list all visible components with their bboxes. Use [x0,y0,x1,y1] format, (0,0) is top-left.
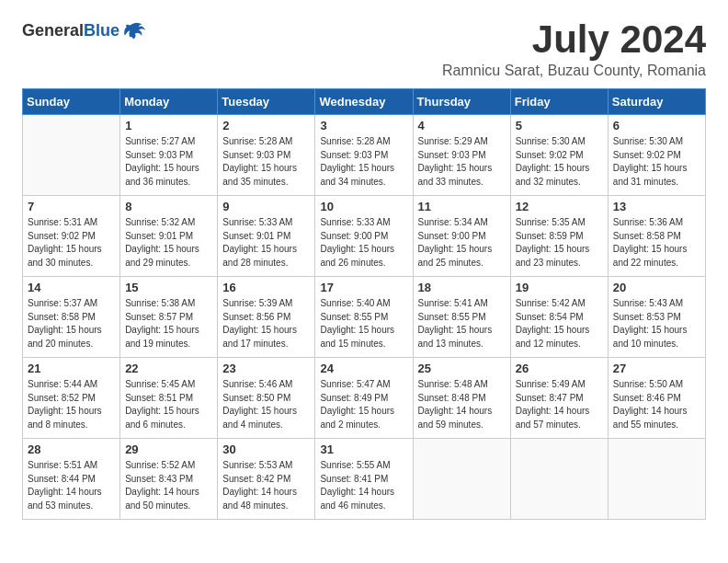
calendar-cell: 22Sunrise: 5:45 AM Sunset: 8:51 PM Dayli… [120,358,218,439]
day-number: 18 [418,281,506,294]
calendar-cell: 23Sunrise: 5:46 AM Sunset: 8:50 PM Dayli… [218,358,315,439]
calendar-cell: 15Sunrise: 5:38 AM Sunset: 8:57 PM Dayli… [120,277,218,358]
calendar-cell: 8Sunrise: 5:32 AM Sunset: 9:01 PM Daylig… [120,196,218,277]
calendar-cell: 14Sunrise: 5:37 AM Sunset: 8:58 PM Dayli… [23,277,120,358]
month-year-title: July 2024 [442,18,706,61]
day-info: Sunrise: 5:51 AM Sunset: 8:44 PM Dayligh… [28,459,115,512]
day-info: Sunrise: 5:53 AM Sunset: 8:42 PM Dayligh… [222,459,310,512]
calendar-header-sunday: Sunday [23,89,120,115]
calendar-cell: 19Sunrise: 5:42 AM Sunset: 8:54 PM Dayli… [510,277,608,358]
calendar-header-monday: Monday [120,89,218,115]
day-info: Sunrise: 5:46 AM Sunset: 8:50 PM Dayligh… [222,378,310,431]
day-number: 29 [125,442,212,456]
day-number: 11 [418,200,506,213]
day-info: Sunrise: 5:52 AM Sunset: 8:43 PM Dayligh… [125,459,212,512]
calendar-week-row-5: 28Sunrise: 5:51 AM Sunset: 8:44 PM Dayli… [23,439,706,520]
calendar-header-tuesday: Tuesday [218,89,315,115]
day-number: 15 [125,281,212,294]
day-number: 7 [28,200,115,213]
calendar-cell: 24Sunrise: 5:47 AM Sunset: 8:49 PM Dayli… [315,358,413,439]
calendar-cell: 29Sunrise: 5:52 AM Sunset: 8:43 PM Dayli… [120,439,218,520]
day-number: 5 [516,119,603,132]
day-number: 27 [613,362,700,375]
day-number: 8 [125,200,212,213]
calendar-week-row-3: 14Sunrise: 5:37 AM Sunset: 8:58 PM Dayli… [23,277,706,358]
day-number: 26 [516,362,603,375]
day-number: 20 [613,281,700,294]
calendar-table: SundayMondayTuesdayWednesdayThursdayFrid… [22,88,706,520]
day-info: Sunrise: 5:38 AM Sunset: 8:57 PM Dayligh… [125,297,212,350]
day-number: 17 [320,281,407,294]
day-number: 19 [516,281,603,294]
day-info: Sunrise: 5:36 AM Sunset: 8:58 PM Dayligh… [613,216,700,270]
day-info: Sunrise: 5:27 AM Sunset: 9:03 PM Dayligh… [125,135,212,189]
calendar-cell: 6Sunrise: 5:30 AM Sunset: 9:02 PM Daylig… [608,115,705,196]
day-info: Sunrise: 5:35 AM Sunset: 8:59 PM Dayligh… [516,216,603,270]
calendar-cell: 11Sunrise: 5:34 AM Sunset: 9:00 PM Dayli… [413,196,510,277]
calendar-header-friday: Friday [510,89,608,115]
day-info: Sunrise: 5:39 AM Sunset: 8:56 PM Dayligh… [222,297,310,350]
calendar-header-thursday: Thursday [413,89,510,115]
day-number: 9 [222,200,310,213]
day-number: 10 [320,200,407,213]
calendar-cell [608,439,705,520]
day-number: 12 [516,200,603,213]
day-info: Sunrise: 5:45 AM Sunset: 8:51 PM Dayligh… [125,378,212,431]
day-info: Sunrise: 5:43 AM Sunset: 8:53 PM Dayligh… [613,297,700,350]
day-info: Sunrise: 5:30 AM Sunset: 9:02 PM Dayligh… [516,135,603,189]
day-info: Sunrise: 5:29 AM Sunset: 9:03 PM Dayligh… [418,135,506,189]
day-info: Sunrise: 5:42 AM Sunset: 8:54 PM Dayligh… [516,297,603,350]
day-info: Sunrise: 5:28 AM Sunset: 9:03 PM Dayligh… [222,135,310,189]
calendar-cell: 27Sunrise: 5:50 AM Sunset: 8:46 PM Dayli… [608,358,705,439]
calendar-cell: 12Sunrise: 5:35 AM Sunset: 8:59 PM Dayli… [510,196,608,277]
logo-blue-text: Blue [84,21,119,40]
calendar-week-row-4: 21Sunrise: 5:44 AM Sunset: 8:52 PM Dayli… [23,358,706,439]
calendar-cell: 31Sunrise: 5:55 AM Sunset: 8:41 PM Dayli… [315,439,413,520]
calendar-cell: 10Sunrise: 5:33 AM Sunset: 9:00 PM Dayli… [315,196,413,277]
day-info: Sunrise: 5:47 AM Sunset: 8:49 PM Dayligh… [320,378,407,431]
day-info: Sunrise: 5:44 AM Sunset: 8:52 PM Dayligh… [28,378,115,431]
day-number: 4 [418,119,506,132]
logo: GeneralBlue [22,18,147,44]
day-info: Sunrise: 5:28 AM Sunset: 9:03 PM Dayligh… [320,135,407,189]
day-info: Sunrise: 5:30 AM Sunset: 9:02 PM Dayligh… [613,135,700,189]
day-number: 1 [125,119,212,132]
calendar-header-saturday: Saturday [608,89,705,115]
day-number: 16 [222,281,310,294]
header: GeneralBlue July 2024 Ramnicu Sarat, Buz… [22,18,706,79]
calendar-week-row-2: 7Sunrise: 5:31 AM Sunset: 9:02 PM Daylig… [23,196,706,277]
day-number: 25 [418,362,506,375]
calendar-cell [413,439,510,520]
day-number: 23 [222,362,310,375]
day-number: 31 [320,442,407,456]
calendar-cell: 17Sunrise: 5:40 AM Sunset: 8:55 PM Dayli… [315,277,413,358]
day-number: 28 [28,442,115,456]
calendar-cell: 13Sunrise: 5:36 AM Sunset: 8:58 PM Dayli… [608,196,705,277]
day-number: 24 [320,362,407,375]
day-number: 13 [613,200,700,213]
calendar-cell: 21Sunrise: 5:44 AM Sunset: 8:52 PM Dayli… [23,358,120,439]
day-info: Sunrise: 5:34 AM Sunset: 9:00 PM Dayligh… [418,216,506,270]
logo-general-text: General [22,21,84,40]
calendar-cell: 30Sunrise: 5:53 AM Sunset: 8:42 PM Dayli… [218,439,315,520]
calendar-cell: 4Sunrise: 5:29 AM Sunset: 9:03 PM Daylig… [413,115,510,196]
logo-icon [121,18,147,44]
calendar-week-row-1: 1Sunrise: 5:27 AM Sunset: 9:03 PM Daylig… [23,115,706,196]
calendar-cell: 20Sunrise: 5:43 AM Sunset: 8:53 PM Dayli… [608,277,705,358]
day-info: Sunrise: 5:31 AM Sunset: 9:02 PM Dayligh… [28,216,115,270]
calendar-cell: 16Sunrise: 5:39 AM Sunset: 8:56 PM Dayli… [218,277,315,358]
calendar-cell [510,439,608,520]
day-info: Sunrise: 5:32 AM Sunset: 9:01 PM Dayligh… [125,216,212,270]
day-number: 6 [613,119,700,132]
day-number: 14 [28,281,115,294]
day-info: Sunrise: 5:41 AM Sunset: 8:55 PM Dayligh… [418,297,506,350]
day-number: 21 [28,362,115,375]
calendar-cell [23,115,120,196]
day-info: Sunrise: 5:48 AM Sunset: 8:48 PM Dayligh… [418,378,506,431]
calendar-cell: 26Sunrise: 5:49 AM Sunset: 8:47 PM Dayli… [510,358,608,439]
day-info: Sunrise: 5:49 AM Sunset: 8:47 PM Dayligh… [516,378,603,431]
calendar-header-row: SundayMondayTuesdayWednesdayThursdayFrid… [23,89,706,115]
day-number: 30 [222,442,310,456]
day-number: 22 [125,362,212,375]
day-info: Sunrise: 5:37 AM Sunset: 8:58 PM Dayligh… [28,297,115,350]
